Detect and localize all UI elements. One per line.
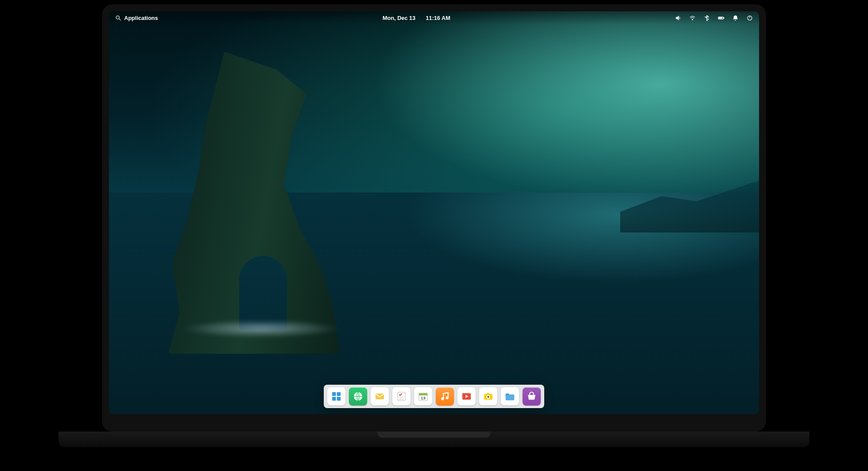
dock-web-browser[interactable] xyxy=(349,387,367,406)
clock[interactable]: Mon, Dec 13 11:16 AM xyxy=(158,15,675,21)
power-icon[interactable] xyxy=(746,15,753,21)
svg-point-20 xyxy=(441,397,444,400)
wallpaper-foam xyxy=(148,316,374,342)
dock-tasks[interactable] xyxy=(392,387,411,406)
applications-label: Applications xyxy=(124,15,158,21)
top-panel: Applications Mon, Dec 13 11:16 AM xyxy=(109,11,759,24)
dock-mail[interactable] xyxy=(371,387,389,406)
clock-time: 11:16 AM xyxy=(426,15,450,21)
svg-rect-4 xyxy=(719,17,723,19)
svg-rect-5 xyxy=(723,17,724,19)
laptop-frame: Applications Mon, Dec 13 11:16 AM xyxy=(102,4,766,447)
svg-rect-10 xyxy=(332,397,336,401)
laptop-base xyxy=(59,432,809,447)
clock-date: Mon, Dec 13 xyxy=(382,15,415,21)
svg-rect-11 xyxy=(337,397,341,401)
dock-calendar[interactable]: 13 xyxy=(414,387,432,406)
volume-icon[interactable] xyxy=(675,15,681,21)
search-icon xyxy=(115,15,122,21)
svg-point-25 xyxy=(487,396,489,398)
dock-multitasking-view[interactable] xyxy=(327,387,345,406)
svg-point-0 xyxy=(116,16,120,19)
dock-music[interactable] xyxy=(436,387,454,406)
dock: 13 xyxy=(324,385,544,408)
dock-appcenter[interactable] xyxy=(523,387,541,406)
dock-videos[interactable] xyxy=(457,387,476,406)
svg-rect-27 xyxy=(506,395,514,400)
dock-files[interactable] xyxy=(501,387,519,406)
laptop-lid: Applications Mon, Dec 13 11:16 AM xyxy=(102,4,766,432)
svg-rect-9 xyxy=(337,392,341,396)
bluetooth-icon[interactable] xyxy=(704,15,710,21)
wallpaper-far-cliff xyxy=(620,180,759,232)
svg-text:13: 13 xyxy=(421,396,426,400)
applications-menu[interactable]: Applications xyxy=(115,15,158,21)
svg-rect-26 xyxy=(487,393,490,394)
wifi-icon[interactable] xyxy=(689,15,696,21)
svg-line-1 xyxy=(119,19,121,20)
desktop[interactable]: Applications Mon, Dec 13 11:16 AM xyxy=(109,11,759,414)
svg-point-2 xyxy=(692,19,693,20)
svg-rect-13 xyxy=(375,394,384,399)
svg-rect-8 xyxy=(332,392,336,396)
battery-icon[interactable] xyxy=(718,15,724,21)
dock-photos[interactable] xyxy=(479,387,497,406)
svg-point-21 xyxy=(446,396,449,399)
notifications-icon[interactable] xyxy=(732,15,739,21)
